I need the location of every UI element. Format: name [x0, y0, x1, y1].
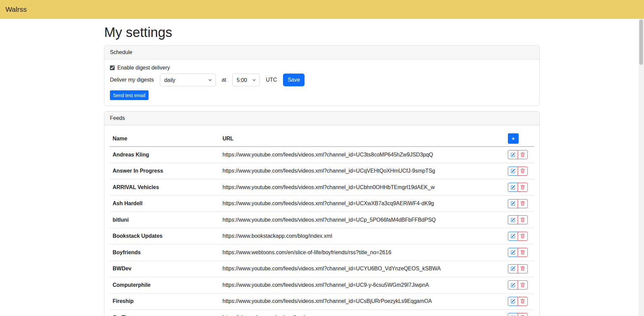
- feed-actions-group: [508, 297, 528, 306]
- edit-feed-button[interactable]: [508, 248, 518, 257]
- edit-feed-button[interactable]: [508, 167, 518, 176]
- feed-name: BWDev: [110, 261, 220, 277]
- send-test-email-button[interactable]: Send test email: [110, 90, 149, 100]
- feed-url: https://www.youtube.com/feeds/videos.xml…: [220, 163, 505, 179]
- pencil-square-icon: [511, 201, 515, 206]
- feed-url: https://www.youtube.com/feeds/videos.xml…: [220, 212, 505, 228]
- feed-row: Boyfriends https://www.webtoons.com/en/s…: [110, 244, 534, 261]
- frequency-select-wrap: daily: [160, 74, 216, 86]
- feed-name: Answer In Progress: [110, 163, 220, 179]
- delete-feed-button[interactable]: [518, 150, 528, 159]
- scrollbar-track[interactable]: [639, 19, 644, 316]
- feed-row: Bookstack Updates https://www.bookstacka…: [110, 228, 534, 244]
- pencil-square-icon: [511, 283, 515, 287]
- delete-feed-button[interactable]: [518, 248, 528, 257]
- edit-feed-button[interactable]: [508, 264, 518, 273]
- pencil-square-icon: [511, 152, 515, 157]
- feed-row: Computerphile https://www.youtube.com/fe…: [110, 277, 534, 294]
- feed-actions-group: [508, 215, 528, 224]
- feed-actions-group: [508, 199, 528, 208]
- trash-icon: [520, 218, 525, 222]
- feed-actions: [505, 212, 534, 228]
- feed-url: https://www.youtube.com/feeds/videos.xml…: [220, 147, 505, 163]
- delete-feed-button[interactable]: [518, 167, 528, 176]
- column-header-actions: +: [505, 131, 534, 147]
- schedule-card-body: Enable digest delivery Deliver my digest…: [105, 59, 539, 105]
- feed-actions-group: [508, 248, 528, 257]
- column-header-name: Name: [110, 131, 220, 147]
- feed-url: https://www.youtube.com/feeds/videos.xml…: [220, 195, 505, 212]
- timezone-label: UTC: [266, 77, 277, 83]
- trash-icon: [520, 250, 525, 255]
- feed-url: https://www.youtube.com/feeds/videos.xml…: [220, 179, 505, 196]
- feed-row: Fireship https://www.youtube.com/feeds/v…: [110, 293, 534, 310]
- edit-feed-button[interactable]: [508, 215, 518, 224]
- feed-row: Answer In Progress https://www.youtube.c…: [110, 163, 534, 179]
- feed-row: bitluni https://www.youtube.com/feeds/vi…: [110, 212, 534, 228]
- feed-actions: [505, 244, 534, 261]
- navbar-brand[interactable]: Walrss: [5, 5, 27, 13]
- feed-name: Computerphile: [110, 277, 220, 294]
- delete-feed-button[interactable]: [518, 297, 528, 306]
- scrollbar-thumb[interactable]: [639, 19, 643, 65]
- feed-actions-group: [508, 264, 528, 273]
- trash-icon: [520, 266, 525, 271]
- feed-actions: [505, 195, 534, 212]
- time-select[interactable]: 5:00: [232, 74, 260, 86]
- frequency-select[interactable]: daily: [160, 74, 216, 86]
- feed-name: Ash Hardell: [110, 195, 220, 212]
- enable-digest-checkbox[interactable]: [110, 65, 115, 70]
- delete-feed-button[interactable]: [518, 215, 528, 224]
- edit-feed-button[interactable]: [508, 313, 518, 316]
- delete-feed-button[interactable]: [518, 183, 528, 192]
- edit-feed-button[interactable]: [508, 232, 518, 241]
- feed-actions-group: [508, 313, 528, 316]
- edit-feed-button[interactable]: [508, 199, 518, 208]
- pencil-square-icon: [511, 234, 515, 238]
- deliver-label: Deliver my digests: [110, 77, 154, 83]
- feed-actions: [505, 228, 534, 244]
- enable-digest-row: Enable digest delivery: [110, 65, 534, 71]
- trash-icon: [520, 283, 525, 287]
- feed-actions: [505, 310, 534, 316]
- feed-actions: [505, 277, 534, 294]
- feed-row: Andreas Kling https://www.youtube.com/fe…: [110, 147, 534, 163]
- feed-actions-group: [508, 280, 528, 289]
- feed-url: https://www.youtube.com/feeds/videos.xml…: [220, 261, 505, 277]
- delete-feed-button[interactable]: [518, 313, 528, 316]
- delete-feed-button[interactable]: [518, 280, 528, 289]
- feed-actions: [505, 179, 534, 196]
- enable-digest-label: Enable digest delivery: [117, 65, 170, 71]
- feeds-table-body: Andreas Kling https://www.youtube.com/fe…: [110, 147, 534, 316]
- edit-feed-button[interactable]: [508, 150, 518, 159]
- feed-actions: [505, 147, 534, 163]
- trash-icon: [520, 152, 525, 157]
- delete-feed-button[interactable]: [518, 264, 528, 273]
- edit-feed-button[interactable]: [508, 183, 518, 192]
- delete-feed-button[interactable]: [518, 232, 528, 241]
- feed-actions-group: [508, 167, 528, 176]
- feeds-card-body: Name URL + Andreas Kling https://www.you…: [105, 125, 539, 316]
- feed-actions: [505, 293, 534, 310]
- feeds-table-header-row: Name URL +: [110, 131, 534, 147]
- pencil-square-icon: [511, 266, 515, 271]
- save-button[interactable]: Save: [283, 74, 305, 86]
- feed-row: BWDev https://www.youtube.com/feeds/vide…: [110, 261, 534, 277]
- trash-icon: [520, 201, 525, 206]
- feed-actions-group: [508, 232, 528, 241]
- feeds-card: Feeds Name URL + Andreas Kling https://w…: [104, 111, 540, 316]
- feed-row: Go Time https://changelog.com/gotime/fee…: [110, 310, 534, 316]
- delete-feed-button[interactable]: [518, 199, 528, 208]
- pencil-square-icon: [511, 218, 515, 222]
- edit-feed-button[interactable]: [508, 297, 518, 306]
- time-select-wrap: 5:00: [232, 74, 260, 86]
- page-title: My settings: [104, 25, 540, 40]
- pencil-square-icon: [511, 185, 515, 190]
- feed-url: https://www.youtube.com/feeds/videos.xml…: [220, 293, 505, 310]
- edit-feed-button[interactable]: [508, 280, 518, 289]
- trash-icon: [520, 169, 525, 173]
- feed-actions-group: [508, 150, 528, 159]
- add-feed-button[interactable]: +: [508, 133, 519, 144]
- schedule-card: Schedule Enable digest delivery Deliver …: [104, 45, 540, 106]
- trash-icon: [520, 234, 525, 238]
